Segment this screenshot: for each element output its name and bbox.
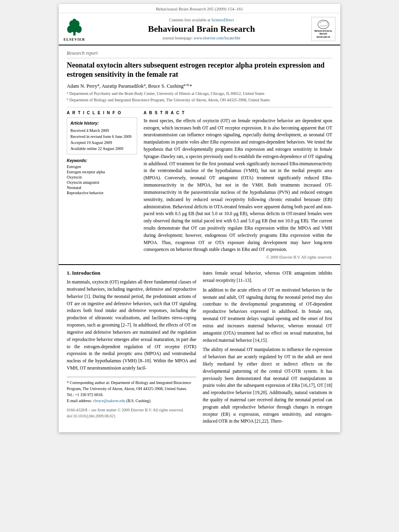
keywords-title: Keywords: <box>67 158 137 163</box>
keyword-1: Estrogen <box>67 164 137 169</box>
copyright: © 2009 Elsevier B.V. All rights reserved… <box>144 255 332 259</box>
content-area: Research report Neonatal oxytocin alters… <box>59 45 340 264</box>
elsevier-logo-area: ELSEVIER <box>64 16 96 41</box>
keyword-6: Reproductive behavior <box>67 191 137 195</box>
bottom-info-1: 0166-4328/$ – see front matter © 2009 El… <box>67 407 196 413</box>
keyword-5: Neonatal <box>67 185 137 190</box>
received-date: Received 4 March 2009 <box>70 127 134 134</box>
main-content: 1. Introduction In mammals, oxytocin (OT… <box>59 264 340 432</box>
keywords-section: Keywords: Estrogen Estrogen receptor alp… <box>67 158 137 195</box>
left-column: A R T I C L E I N F O Article history: R… <box>67 111 137 259</box>
affiliation-b: ᵇ Department of Biology and Integrated B… <box>67 97 332 103</box>
svg-point-7 <box>318 20 329 29</box>
intro-right: itates female sexual behavior, whereas O… <box>203 270 332 427</box>
keyword-4: Oxytocin antagonist <box>67 180 137 185</box>
intro-para2: itates female sexual behavior, whereas O… <box>203 270 332 284</box>
bbr-logo-area: BEHAVIOURALBRAINRESEARCH <box>307 16 335 41</box>
svg-point-6 <box>72 18 76 25</box>
authors: Adam N. Perryᵃ, Auratip Paramadilokᵃ, Br… <box>67 83 332 89</box>
footnote-area: * Corresponding author at: Department of… <box>67 377 196 404</box>
keyword-3: Oxytocin <box>67 175 137 179</box>
page: Behavioural Brain Research 205 (2009) 15… <box>59 4 340 432</box>
report-label: Research report <box>67 50 332 58</box>
intro-para1: In mammals, oxytocin (OT) regulates all … <box>67 279 196 372</box>
contents-line: Contents lists available at ScienceDirec… <box>169 18 234 22</box>
affiliation-a: ᵃ Department of Psychiatry and the Brain… <box>67 91 332 97</box>
intro-section: 1. Introduction In mammals, oxytocin (OT… <box>67 270 332 427</box>
intro-title: 1. Introduction <box>67 270 196 276</box>
journal-homepage: journal homepage: www.elsevier.com/locat… <box>162 36 241 40</box>
email-link[interactable]: cbruce@uakron.edu <box>93 398 125 403</box>
bbr-logo: BEHAVIOURALBRAINRESEARCH <box>311 17 335 41</box>
abstract-header: A B S T R A C T <box>144 111 332 115</box>
divider <box>67 107 332 107</box>
journal-header: ELSEVIER Contents lists available at Sci… <box>59 13 340 45</box>
citation-bar: Behavioural Brain Research 205 (2009) 15… <box>59 4 340 13</box>
journal-title-area: Contents lists available at ScienceDirec… <box>96 16 307 41</box>
article-title: Neonatal oxytocin alters subsequent estr… <box>67 61 332 80</box>
footnote-email-line: E-mail address: cbruce@uakron.edu (B.S. … <box>67 398 196 404</box>
article-info-abstract: A R T I C L E I N F O Article history: R… <box>67 111 332 259</box>
intro-left: 1. Introduction In mammals, oxytocin (OT… <box>67 270 196 427</box>
article-info-header: A R T I C L E I N F O <box>67 111 137 115</box>
journal-title: Behavioural Brain Research <box>148 24 255 34</box>
accepted-date: Accepted 19 August 2009 <box>70 140 134 146</box>
bbr-logo-text: BEHAVIOURALBRAINRESEARCH <box>315 30 333 39</box>
intro-para4: The ability of neonatal OT manipulations… <box>203 346 332 425</box>
elsevier-tree-icon <box>64 16 84 37</box>
right-column: A B S T R A C T In most species, the eff… <box>144 111 332 259</box>
elsevier-wordmark: ELSEVIER <box>64 37 85 41</box>
available-date: Available online 22 August 2009 <box>70 146 134 152</box>
bottom-info-2: doi:10.1016/j.bbr.2009.08.021 <box>67 413 196 419</box>
keyword-2: Estrogen receptor alpha <box>67 170 137 174</box>
email-suffix: (B.S. Cushing). <box>126 398 151 403</box>
article-info-box: Article history: Received 4 March 2009 R… <box>67 117 137 154</box>
history-title: Article history: <box>70 120 134 126</box>
elsevier-logo: ELSEVIER <box>64 16 85 41</box>
footnote-star-note: * Corresponding author at: Department of… <box>67 380 196 392</box>
intro-para3: In addition to the acute effects of OT o… <box>203 287 332 344</box>
footnote-tel: Tel.: +1 330 972 6018. <box>67 392 196 398</box>
affiliations: ᵃ Department of Psychiatry and the Brain… <box>67 91 332 103</box>
homepage-url[interactable]: www.elsevier.com/locate/bbr <box>193 36 241 40</box>
revised-date: Received in revised form 6 June 2009 <box>70 134 134 140</box>
bbr-brain-icon <box>315 19 331 30</box>
bottom-info: 0166-4328/$ – see front matter © 2009 El… <box>67 407 196 419</box>
abstract-text: In most species, the effects of oxytocin… <box>144 117 332 253</box>
sciencedirect-link[interactable]: ScienceDirect <box>211 18 234 22</box>
citation-text: Behavioural Brain Research 205 (2009) 15… <box>156 6 243 11</box>
email-label: E-mail address: <box>67 398 92 403</box>
